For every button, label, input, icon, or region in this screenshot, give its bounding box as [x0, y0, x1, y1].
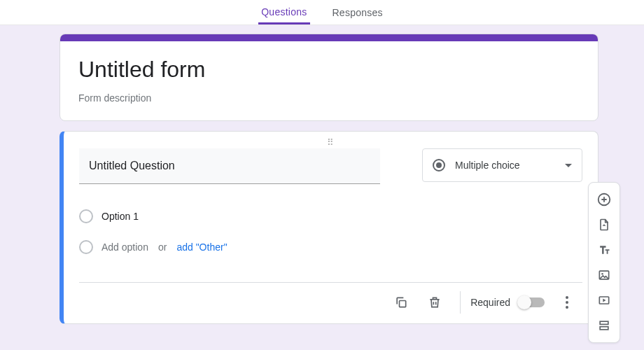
plus-circle-icon	[596, 192, 612, 207]
kebab-icon	[566, 296, 568, 309]
add-section-button[interactable]	[592, 313, 617, 338]
radio-icon	[433, 159, 445, 172]
header-accent-bar	[60, 34, 598, 41]
main-area: Untitled form Form description ⠿ Multipl…	[0, 25, 644, 324]
question-type-dropdown[interactable]: Multiple choice	[422, 148, 582, 182]
option-label[interactable]: Option 1	[102, 211, 139, 222]
toggle-knob	[517, 295, 531, 309]
tab-questions[interactable]: Questions	[258, 1, 309, 24]
question-type-label: Multiple choice	[455, 160, 555, 171]
separator	[460, 291, 461, 314]
drag-handle[interactable]: ⠿	[79, 136, 582, 148]
form-header-card: Untitled form Form description	[59, 34, 598, 121]
import-questions-button[interactable]	[592, 212, 617, 237]
question-title-input[interactable]	[79, 148, 380, 184]
question-footer: Required	[79, 283, 582, 323]
duplicate-button[interactable]	[386, 287, 416, 318]
svg-rect-0	[400, 301, 406, 307]
tab-responses[interactable]: Responses	[330, 1, 386, 24]
section-icon	[597, 318, 611, 332]
text-icon	[597, 243, 611, 257]
svg-rect-5	[600, 321, 608, 324]
side-toolbar	[588, 182, 620, 343]
svg-rect-6	[600, 327, 608, 330]
trash-icon	[428, 295, 442, 309]
add-other-button[interactable]: add "Other"	[176, 241, 227, 253]
radio-icon	[79, 240, 93, 254]
question-card: ⠿ Multiple choice Option 1 Add option or…	[59, 131, 598, 324]
drag-handle-icon: ⠿	[327, 137, 335, 147]
tabs-bar: Questions Responses	[0, 0, 644, 25]
svg-point-3	[601, 273, 603, 275]
or-text: or	[158, 241, 167, 253]
radio-icon	[79, 209, 93, 223]
add-option-button[interactable]: Add option	[102, 241, 148, 253]
options-list: Option 1 Add option or add "Other"	[79, 201, 582, 262]
add-title-button[interactable]	[592, 237, 617, 262]
import-icon	[597, 218, 611, 232]
required-toggle[interactable]	[519, 298, 545, 307]
add-question-button[interactable]	[592, 187, 617, 212]
option-row[interactable]: Option 1	[79, 201, 582, 232]
form-description-input[interactable]: Form description	[78, 92, 580, 104]
form-title-input[interactable]: Untitled form	[78, 57, 580, 83]
required-label: Required	[470, 297, 510, 308]
more-options-button[interactable]	[552, 287, 582, 318]
chevron-down-icon	[565, 164, 572, 167]
image-icon	[597, 268, 611, 282]
copy-icon	[394, 295, 408, 309]
add-image-button[interactable]	[592, 262, 617, 288]
delete-button[interactable]	[419, 287, 450, 318]
add-video-button[interactable]	[592, 288, 617, 313]
video-icon	[597, 293, 611, 307]
add-option-row: Add option or add "Other"	[79, 232, 582, 262]
